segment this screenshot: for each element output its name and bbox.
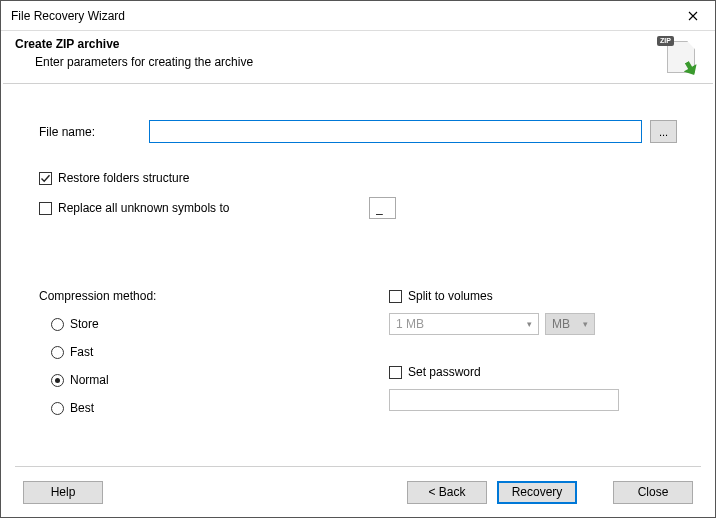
help-button[interactable]: Help — [23, 481, 103, 504]
titlebar: File Recovery Wizard — [1, 1, 715, 31]
page-subtitle: Enter parameters for creating the archiv… — [15, 55, 253, 69]
replace-symbols-input[interactable] — [369, 197, 396, 219]
recovery-button[interactable]: Recovery — [497, 481, 577, 504]
set-password-label: Set password — [408, 365, 481, 379]
back-button[interactable]: < Back — [407, 481, 487, 504]
compression-store-radio[interactable] — [51, 318, 64, 331]
zip-archive-icon: ZIP — [659, 37, 695, 73]
browse-button[interactable]: ... — [650, 120, 677, 143]
chevron-down-icon: ▾ — [527, 319, 532, 329]
set-password-checkbox[interactable] — [389, 366, 402, 379]
replace-symbols-label: Replace all unknown symbols to — [58, 201, 229, 215]
replace-symbols-checkbox[interactable] — [39, 202, 52, 215]
split-volumes-checkbox[interactable] — [389, 290, 402, 303]
compression-normal-label: Normal — [70, 373, 109, 387]
close-icon[interactable] — [671, 1, 715, 31]
chevron-down-icon: ▾ — [583, 319, 588, 329]
page-title: Create ZIP archive — [15, 37, 253, 51]
close-button[interactable]: Close — [613, 481, 693, 504]
password-input[interactable] — [389, 389, 619, 411]
split-size-value: 1 MB — [396, 317, 424, 331]
file-name-input[interactable] — [149, 120, 642, 143]
file-name-label: File name: — [39, 125, 149, 139]
split-unit-value: MB — [552, 317, 570, 331]
window-title: File Recovery Wizard — [11, 9, 125, 23]
restore-structure-checkbox[interactable] — [39, 172, 52, 185]
compression-normal-radio[interactable] — [51, 374, 64, 387]
compression-best-radio[interactable] — [51, 402, 64, 415]
compression-store-label: Store — [70, 317, 99, 331]
split-volumes-label: Split to volumes — [408, 289, 493, 303]
compression-fast-label: Fast — [70, 345, 93, 359]
split-unit-combo[interactable]: MB ▾ — [545, 313, 595, 335]
compression-method-label: Compression method: — [39, 289, 389, 303]
compression-best-label: Best — [70, 401, 94, 415]
restore-structure-label: Restore folders structure — [58, 171, 189, 185]
compression-fast-radio[interactable] — [51, 346, 64, 359]
wizard-header: Create ZIP archive Enter parameters for … — [1, 31, 715, 83]
split-size-combo[interactable]: 1 MB ▾ — [389, 313, 539, 335]
